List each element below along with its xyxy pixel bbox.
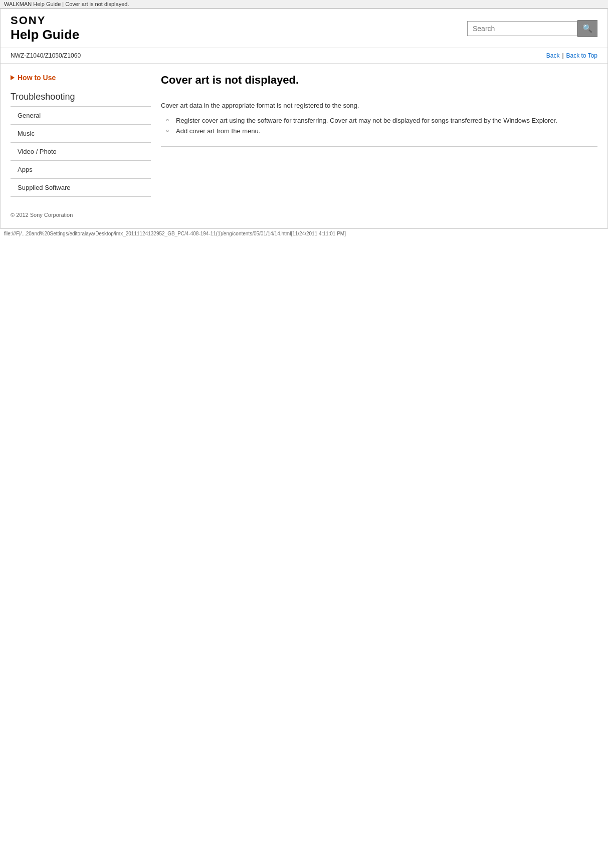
header: SONY Help Guide 🔍: [1, 9, 607, 48]
sidebar-item-music[interactable]: Music: [11, 125, 151, 143]
search-button[interactable]: 🔍: [577, 20, 597, 37]
footer: file:///F|/...20and%20Settings/editorala…: [0, 228, 608, 238]
search-area: 🔍: [467, 20, 597, 37]
logo-area: SONY Help Guide: [11, 14, 79, 43]
footer-path: file:///F|/...20and%20Settings/editorala…: [4, 231, 346, 236]
search-icon: 🔍: [582, 24, 592, 33]
troubleshooting-section: Troubleshooting General Music Video / Ph…: [11, 92, 151, 197]
nav-separator: |: [562, 52, 563, 59]
nav-links: Back | Back to Top: [546, 52, 597, 59]
list-item: Add cover art from the menu.: [166, 126, 597, 136]
sidebar-item-apps[interactable]: Apps: [11, 161, 151, 179]
search-input[interactable]: [467, 21, 577, 36]
article-divider: [161, 146, 597, 147]
browser-title-bar: WALKMAN Help Guide | Cover art is not di…: [0, 0, 608, 9]
device-label: NWZ-Z1040/Z1050/Z1060: [11, 52, 81, 59]
back-to-top-link[interactable]: Back to Top: [566, 52, 597, 59]
sony-logo: SONY: [11, 14, 79, 27]
main-content: Cover art is not displayed. Cover art da…: [161, 74, 597, 218]
chevron-right-icon: [11, 75, 15, 80]
sidebar-item-video-photo[interactable]: Video / Photo: [11, 143, 151, 161]
sidebar-item-general[interactable]: General: [11, 107, 151, 125]
article-title: Cover art is not displayed.: [161, 74, 597, 92]
article-list: Register cover art using the software fo…: [161, 115, 597, 136]
help-guide-title: Help Guide: [11, 27, 79, 43]
nav-bar: NWZ-Z1040/Z1050/Z1060 Back | Back to Top: [1, 48, 607, 64]
troubleshooting-heading: Troubleshooting: [11, 92, 151, 102]
how-to-use-link[interactable]: How to Use: [11, 74, 151, 82]
browser-title-text: WALKMAN Help Guide | Cover art is not di…: [4, 1, 129, 7]
content-area: How to Use Troubleshooting General Music…: [1, 64, 607, 228]
sidebar-item-supplied-software[interactable]: Supplied Software: [11, 179, 151, 197]
list-item: Register cover art using the software fo…: [166, 115, 597, 126]
copyright: © 2012 Sony Corporation: [11, 212, 151, 218]
main-wrapper: SONY Help Guide 🔍 NWZ-Z1040/Z1050/Z1060 …: [0, 9, 608, 228]
back-link[interactable]: Back: [546, 52, 560, 59]
sidebar: How to Use Troubleshooting General Music…: [11, 74, 151, 218]
how-to-use-label: How to Use: [18, 74, 56, 82]
article-intro: Cover art data in the appropriate format…: [161, 102, 597, 109]
